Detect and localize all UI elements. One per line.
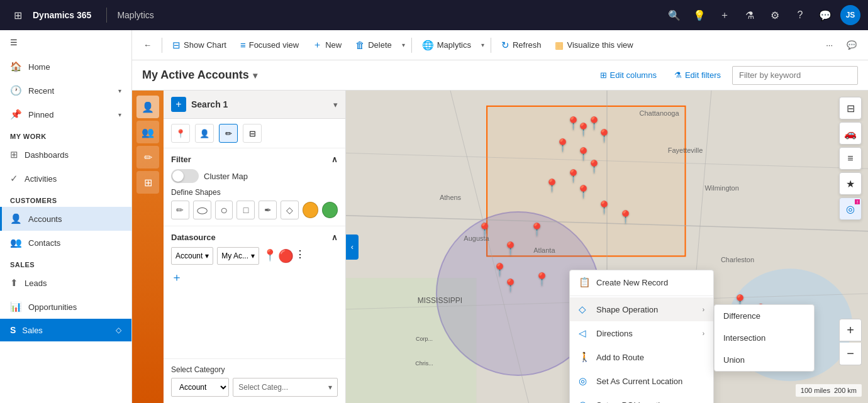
maplytics-chevron-icon[interactable]: ▾: [479, 38, 487, 52]
chat-icon[interactable]: 💬: [815, 5, 835, 25]
back-button[interactable]: ←: [137, 36, 158, 53]
map-list-btn[interactable]: ≡: [839, 147, 862, 170]
oval-shape-btn[interactable]: ⬭: [193, 201, 211, 219]
sidebar-item-recent[interactable]: 🕐 Recent ▾: [0, 79, 131, 102]
color-green[interactable]: [322, 202, 338, 218]
table-icon[interactable]: ⊟: [243, 124, 262, 143]
select-categ-dropdown[interactable]: Select Categ... ▾: [233, 378, 338, 397]
account-category-select[interactable]: Account: [171, 378, 229, 397]
refresh-button[interactable]: ↻ Refresh: [495, 36, 548, 55]
sidebar-item-accounts[interactable]: 👤 Accounts: [0, 207, 131, 231]
user-avatar[interactable]: JS: [840, 5, 860, 25]
datasource-collapse-icon[interactable]: ∧: [331, 233, 338, 242]
sidebar-item-pinned[interactable]: 📌 Pinned ▾: [0, 102, 131, 126]
edit-filters-button[interactable]: ⚗ Edit filters: [668, 67, 727, 83]
add-datasource-button[interactable]: ＋: [171, 270, 338, 285]
ctx-create-new-record[interactable]: 📋 Create New Record: [570, 270, 713, 294]
filter-keyword-input[interactable]: [732, 66, 858, 85]
account-select[interactable]: Account ▾: [171, 247, 213, 265]
add-icon[interactable]: ＋: [715, 5, 735, 25]
maplytics-button[interactable]: 🌐 Maplytics: [416, 36, 477, 55]
sidebar-item-sales[interactable]: S Sales ◇: [0, 319, 131, 341]
map-pin-11[interactable]: 📍: [596, 200, 612, 215]
refresh-icon: ↻: [501, 40, 509, 51]
new-button[interactable]: ＋ New: [306, 35, 348, 55]
map-location-btn[interactable]: ◎ !: [839, 197, 862, 220]
eraser-shape-btn[interactable]: ◇: [281, 201, 299, 219]
sidebar-item-leads[interactable]: ⬆ Leads: [0, 271, 131, 295]
toolbar-divider-3: [491, 38, 491, 53]
more-button[interactable]: ···: [820, 36, 839, 53]
search-icon[interactable]: 🔍: [664, 5, 684, 25]
map-pin-14[interactable]: 📍: [492, 262, 508, 277]
filter-collapse-icon[interactable]: ∧: [331, 155, 338, 164]
delete-button[interactable]: 🗑 Delete: [349, 36, 398, 54]
location-pin-icon[interactable]: 📍: [171, 124, 190, 143]
datasource-more-icon[interactable]: ⋮: [295, 248, 305, 263]
ctx-set-current-location[interactable]: ◎ Set As Current Location: [570, 369, 713, 393]
add-search-button[interactable]: +: [171, 97, 186, 112]
apps-grid-icon[interactable]: ⊞: [8, 5, 28, 25]
search-panel-chevron-icon[interactable]: ▾: [333, 100, 338, 109]
my-accounts-select[interactable]: My Ac... ▾: [217, 247, 259, 265]
person-pin-icon[interactable]: 👤: [136, 96, 159, 118]
map-route-btn[interactable]: 🚗: [839, 122, 862, 145]
cluster-map-toggle[interactable]: [171, 169, 199, 183]
zoom-in-button[interactable]: +: [839, 319, 862, 341]
title-chevron-icon[interactable]: ▾: [253, 70, 257, 80]
show-chart-button[interactable]: ⊟ Show Chart: [166, 36, 233, 55]
submenu-intersection[interactable]: Intersection: [715, 327, 814, 349]
map-pin-15[interactable]: 📍: [503, 278, 518, 293]
focused-view-button[interactable]: ≡ Focused view: [234, 36, 305, 54]
map-pin-22[interactable]: 📍: [503, 241, 518, 256]
cluster-map-row: Cluster Map: [171, 169, 338, 183]
square-shape-btn[interactable]: □: [236, 201, 255, 219]
color-orange[interactable]: [303, 202, 318, 218]
circle-shape-btn[interactable]: ○: [215, 201, 233, 219]
panel-toggle-button[interactable]: ‹: [346, 235, 359, 260]
map-layer-btn[interactable]: ⊟: [839, 97, 862, 119]
edit-columns-button[interactable]: ⊞ Edit columns: [594, 67, 663, 83]
map-pin-9[interactable]: 📍: [544, 178, 560, 193]
map-pin-7[interactable]: 📍: [586, 159, 602, 174]
ctx-directions[interactable]: ◁ Directions ›: [570, 321, 713, 345]
group-pin-icon[interactable]: 👥: [136, 121, 159, 143]
person-location-icon[interactable]: 👤: [195, 124, 214, 143]
sidebar-item-contacts[interactable]: 👥 Contacts: [0, 231, 131, 255]
hamburger-icon[interactable]: ☰: [0, 30, 131, 55]
submenu-difference[interactable]: Difference: [715, 305, 814, 327]
lightbulb-icon[interactable]: 💡: [689, 5, 709, 25]
ctx-add-to-route[interactable]: 🚶 Add to Route: [570, 345, 713, 369]
sidebar-item-dashboards[interactable]: ⊞ Dashboards: [0, 143, 131, 167]
delete-chevron-icon[interactable]: ▾: [399, 38, 408, 52]
settings-icon[interactable]: ⚙: [765, 5, 785, 25]
grid-icon[interactable]: ⊞: [136, 171, 159, 194]
marker-shape-btn[interactable]: ✒: [259, 201, 277, 219]
help-icon[interactable]: ?: [790, 5, 810, 25]
ctx-shape-operation[interactable]: ◇ Shape Operation ›: [570, 297, 713, 321]
map-pin-4[interactable]: 📍: [596, 128, 612, 143]
edit-pen-icon[interactable]: ✏: [219, 124, 238, 143]
sidebar-item-home[interactable]: 🏠 Home: [0, 55, 131, 79]
visualize-button[interactable]: ▦ Visualize this view: [548, 36, 639, 55]
sidebar-item-opportunities[interactable]: 📊 Opportunities: [0, 295, 131, 319]
zoom-out-button[interactable]: −: [839, 343, 862, 365]
map-pin-23[interactable]: 📍: [477, 222, 492, 237]
directions-chevron: ›: [703, 330, 704, 337]
filter-icon[interactable]: ⚗: [740, 5, 760, 25]
map-pin-5[interactable]: 📍: [555, 138, 570, 153]
sidebar-item-activities[interactable]: ✓ Activities: [0, 167, 131, 190]
map-pin-12[interactable]: 📍: [618, 209, 633, 224]
map-pin-13[interactable]: 📍: [529, 222, 545, 237]
ctx-set-poi-location[interactable]: ◎ Set as POI Location: [570, 393, 713, 403]
map-marker-icon[interactable]: ✏: [136, 146, 159, 168]
map-pin-blue-1[interactable]: 📍: [534, 272, 550, 287]
pencil-shape-btn[interactable]: ✏: [171, 201, 189, 219]
map-pin-8[interactable]: 📍: [565, 168, 581, 184]
submenu-union[interactable]: Union: [715, 349, 814, 371]
map-star-btn[interactable]: ★: [839, 172, 862, 195]
add-datasource-icon: ＋: [171, 271, 182, 284]
search-panel-title: Search 1: [191, 99, 228, 109]
chat-panel-button[interactable]: 💬: [840, 36, 863, 53]
map-pin-10[interactable]: 📍: [576, 184, 591, 199]
